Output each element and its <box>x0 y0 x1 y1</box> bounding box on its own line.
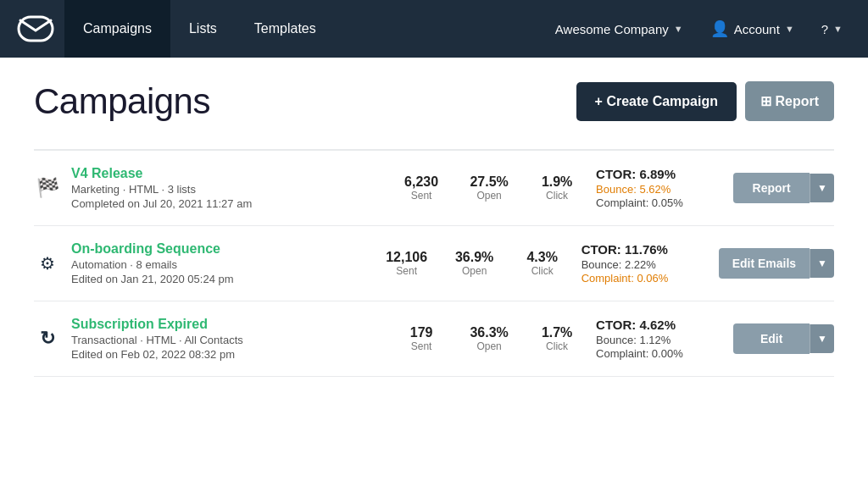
stat-click-onboarding: 4.3% Click <box>514 250 571 277</box>
ctor-value-subscription: CTOR: 4.62% <box>596 318 723 332</box>
main-content: Campaigns + Create Campaign ⊞ Report 🏁 V… <box>0 58 868 492</box>
campaign-info: Subscription Expired Transactional · HTM… <box>71 317 382 361</box>
complaint-value-subscription: Complaint: 0.00% <box>596 347 723 360</box>
status-label-v4: Completed <box>71 197 125 210</box>
sent-value-subscription: 179 <box>410 325 433 340</box>
campaign-meta-subscription: Transactional · HTML · All Contacts <box>71 334 382 346</box>
help-dropdown[interactable]: ? ▼ <box>810 0 854 58</box>
account-dropdown[interactable]: 👤 Account ▼ <box>698 0 806 58</box>
bounce-value-subscription: Bounce: 1.12% <box>596 334 723 346</box>
status-date-v4: on Jul 20, 2021 11:27 am <box>128 197 253 210</box>
page-header: Campaigns + Create Campaign ⊞ Report <box>34 81 834 122</box>
create-campaign-button[interactable]: + Create Campaign <box>576 82 737 121</box>
sent-label: Sent <box>411 190 432 202</box>
open-value-v4: 27.5% <box>470 174 508 190</box>
stat-click-v4: 1.9% Click <box>528 174 586 202</box>
company-label: Awesome Company <box>555 22 669 36</box>
campaign-meta-v4: Marketing · HTML · 3 lists <box>71 183 382 196</box>
click-value-v4: 1.9% <box>542 174 572 190</box>
action-button-onboarding[interactable]: Edit Emails <box>719 248 810 279</box>
stat-sent-onboarding: 12,106 Sent <box>378 250 436 277</box>
table-row: ↻ Subscription Expired Transactional · H… <box>34 301 834 377</box>
action-group-subscription: Edit ▼ <box>733 323 834 354</box>
click-label: Click <box>531 265 554 277</box>
click-label: Click <box>546 340 568 352</box>
campaign-name-v4[interactable]: V4 Release <box>71 166 143 180</box>
refresh-icon: ↻ <box>34 328 61 350</box>
sent-value-v4: 6,230 <box>404 174 438 190</box>
sent-label: Sent <box>396 265 417 277</box>
open-label: Open <box>476 190 501 202</box>
company-dropdown[interactable]: Awesome Company ▼ <box>543 0 695 58</box>
campaign-info: On-boarding Sequence Automation · 8 emai… <box>71 241 368 285</box>
open-value-onboarding: 36.9% <box>455 250 493 265</box>
bounce-value-onboarding: Bounce: 2.22% <box>581 258 709 271</box>
open-label: Open <box>476 340 501 352</box>
action-group-v4: Report ▼ <box>733 173 834 203</box>
campaign-name-onboarding[interactable]: On-boarding Sequence <box>71 241 220 256</box>
logo[interactable] <box>14 7 58 51</box>
main-nav: Campaigns Lists Templates Awesome Compan… <box>0 0 868 58</box>
action-button-subscription[interactable]: Edit <box>733 323 810 354</box>
action-caret-onboarding[interactable]: ▼ <box>810 249 834 278</box>
campaign-info: V4 Release Marketing · HTML · 3 lists Co… <box>71 166 382 210</box>
campaign-name-subscription[interactable]: Subscription Expired <box>71 317 208 331</box>
campaign-meta-onboarding: Automation · 8 emails <box>71 258 368 271</box>
stat-open-onboarding: 36.9% Open <box>446 250 504 277</box>
account-label: Account <box>734 22 780 36</box>
stat-sent-subscription: 179 Sent <box>392 325 450 352</box>
sent-label: Sent <box>411 340 432 352</box>
open-label: Open <box>462 265 487 277</box>
status-label-subscription: Edited <box>71 348 103 361</box>
bounce-value-v4: Bounce: 5.62% <box>596 183 723 196</box>
svg-rect-0 <box>19 17 53 41</box>
nav-links: Campaigns Lists Templates <box>64 0 543 58</box>
gear-icon: ⚙ <box>34 253 61 274</box>
help-caret-icon: ▼ <box>833 24 843 34</box>
header-actions: + Create Campaign ⊞ Report <box>576 81 834 121</box>
stat-sent-v4: 6,230 Sent <box>392 174 450 202</box>
nav-item-campaigns[interactable]: Campaigns <box>64 0 170 58</box>
action-group-onboarding: Edit Emails ▼ <box>719 248 834 279</box>
table-row: 🏁 V4 Release Marketing · HTML · 3 lists … <box>34 151 834 226</box>
nav-item-templates[interactable]: Templates <box>236 0 335 58</box>
page-title: Campaigns <box>34 81 210 122</box>
nav-right: Awesome Company ▼ 👤 Account ▼ ? ▼ <box>543 0 854 58</box>
status-label-onboarding: Edited <box>71 273 103 285</box>
action-caret-v4[interactable]: ▼ <box>810 174 834 202</box>
ctor-value-v4: CTOR: 6.89% <box>596 167 723 181</box>
campaign-status-onboarding: Edited on Jan 21, 2020 05:24 pm <box>71 273 368 285</box>
ctor-subscription: CTOR: 4.62% Bounce: 1.12% Complaint: 0.0… <box>596 318 723 361</box>
complaint-value-v4: Complaint: 0.05% <box>596 196 723 209</box>
ctor-onboarding: CTOR: 11.76% Bounce: 2.22% Complaint: 0.… <box>581 242 709 285</box>
stat-open-v4: 27.5% Open <box>460 174 518 202</box>
click-label: Click <box>546 190 568 202</box>
campaign-status-subscription: Edited on Feb 02, 2022 08:32 pm <box>71 348 382 361</box>
ctor-v4: CTOR: 6.89% Bounce: 5.62% Complaint: 0.0… <box>596 167 723 210</box>
company-caret-icon: ▼ <box>674 24 683 34</box>
help-label: ? <box>821 22 828 36</box>
status-date-onboarding: on Jan 21, 2020 05:24 pm <box>106 273 234 285</box>
action-button-v4[interactable]: Report <box>733 173 810 203</box>
click-value-subscription: 1.7% <box>542 325 572 340</box>
table-row: ⚙ On-boarding Sequence Automation · 8 em… <box>34 226 834 301</box>
campaign-list: 🏁 V4 Release Marketing · HTML · 3 lists … <box>34 149 834 377</box>
open-value-subscription: 36.3% <box>470 325 508 340</box>
account-caret-icon: ▼ <box>785 24 794 34</box>
sent-value-onboarding: 12,106 <box>386 250 427 265</box>
complaint-value-onboarding: Complaint: 0.06% <box>581 272 709 285</box>
account-icon: 👤 <box>710 19 729 38</box>
status-date-subscription: on Feb 02, 2022 08:32 pm <box>106 348 236 361</box>
nav-item-lists[interactable]: Lists <box>170 0 236 58</box>
ctor-value-onboarding: CTOR: 11.76% <box>581 242 709 257</box>
action-caret-subscription[interactable]: ▼ <box>810 324 834 353</box>
stat-click-subscription: 1.7% Click <box>528 325 586 352</box>
click-value-onboarding: 4.3% <box>526 250 557 265</box>
stat-open-subscription: 36.3% Open <box>460 325 518 352</box>
campaign-status-v4: Completed on Jul 20, 2021 11:27 am <box>71 197 382 210</box>
report-button-main[interactable]: ⊞ Report <box>745 81 834 121</box>
flag-icon: 🏁 <box>34 177 61 199</box>
